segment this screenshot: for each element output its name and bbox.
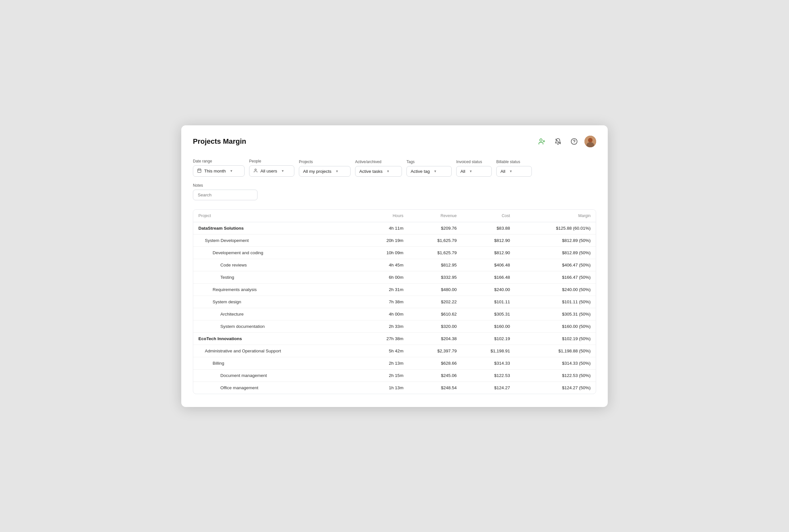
- date-range-value: This month: [204, 169, 226, 173]
- row-hours: 10h 09m: [360, 246, 408, 259]
- row-cost: $812.90: [462, 246, 515, 259]
- table-row: Document management2h 15m$245.06$122.53$…: [193, 369, 596, 381]
- table-header-row: Project Hours Revenue Cost Margin: [193, 210, 596, 222]
- row-hours: 20h 19m: [360, 234, 408, 246]
- table-row: System Developement20h 19m$1,625.79$812.…: [193, 234, 596, 246]
- row-hours: 2h 33m: [360, 320, 408, 332]
- avatar[interactable]: [584, 136, 596, 147]
- bell-icon: [555, 138, 562, 145]
- row-project-name: DataStream Solutions: [193, 222, 360, 234]
- people-label: People: [249, 159, 294, 164]
- table-row: DataStream Solutions4h 11m$209.76$83.88$…: [193, 222, 596, 234]
- table-row: EcoTech Innovations27h 38m$204.38$102.19…: [193, 332, 596, 345]
- row-hours: 2h 15m: [360, 369, 408, 381]
- add-user-icon: [538, 138, 545, 145]
- filters-row: Date range This month ▾ People: [193, 159, 596, 177]
- projects-chevron: ▾: [336, 169, 338, 173]
- row-revenue: $812.95: [409, 259, 462, 271]
- table-row: System documentation2h 33m$320.00$160.00…: [193, 320, 596, 332]
- col-cost: Cost: [462, 210, 515, 222]
- row-hours: 4h 00m: [360, 308, 408, 320]
- row-revenue: $245.06: [409, 369, 462, 381]
- row-hours: 6h 00m: [360, 271, 408, 283]
- row-margin: $1,198.88 (50%): [515, 345, 596, 357]
- table-row: Code reviews4h 45m$812.95$406.48$406.47 …: [193, 259, 596, 271]
- active-archived-chevron: ▾: [387, 169, 389, 173]
- active-archived-filter: Active/archived Active tasks ▾: [355, 159, 402, 177]
- calendar-icon: [197, 168, 202, 174]
- tags-chevron: ▾: [434, 169, 436, 173]
- projects-filter: Projects All my projects ▾: [299, 159, 351, 177]
- date-range-label: Date range: [193, 159, 245, 164]
- table-row: Testing6h 00m$332.95$166.48$166.47 (50%): [193, 271, 596, 283]
- svg-point-7: [588, 138, 593, 142]
- notes-label: Notes: [193, 183, 596, 188]
- invoiced-status-select[interactable]: All ▾: [456, 166, 492, 177]
- row-project-name: Code reviews: [193, 259, 360, 271]
- help-button[interactable]: [568, 136, 580, 147]
- row-cost: $160.00: [462, 320, 515, 332]
- col-margin: Margin: [515, 210, 596, 222]
- table-row: Developement and coding10h 09m$1,625.79$…: [193, 246, 596, 259]
- projects-value: All my projects: [303, 169, 332, 174]
- tags-filter: Tags Active tag ▾: [407, 159, 452, 177]
- row-project-name: Billing: [193, 357, 360, 369]
- row-cost: $1,198.91: [462, 345, 515, 357]
- row-hours: 4h 11m: [360, 222, 408, 234]
- row-cost: $124.27: [462, 381, 515, 394]
- col-revenue: Revenue: [409, 210, 462, 222]
- invoiced-status-chevron: ▾: [470, 169, 472, 173]
- billable-status-value: All: [501, 169, 505, 174]
- person-icon: [253, 168, 258, 174]
- svg-rect-9: [198, 169, 201, 172]
- add-user-button[interactable]: [536, 136, 548, 147]
- row-hours: 2h 31m: [360, 283, 408, 296]
- page-title: Projects Margin: [193, 137, 246, 146]
- row-project-name: System Developement: [193, 234, 360, 246]
- row-cost: $240.00: [462, 283, 515, 296]
- header: Projects Margin: [193, 136, 596, 147]
- row-project-name: Testing: [193, 271, 360, 283]
- projects-select[interactable]: All my projects ▾: [299, 166, 351, 177]
- row-cost: $101.11: [462, 296, 515, 308]
- row-margin: $314.33 (50%): [515, 357, 596, 369]
- row-revenue: $610.62: [409, 308, 462, 320]
- row-revenue: $628.66: [409, 357, 462, 369]
- row-revenue: $1,625.79: [409, 234, 462, 246]
- row-cost: $406.48: [462, 259, 515, 271]
- row-hours: 4h 45m: [360, 259, 408, 271]
- row-revenue: $1,625.79: [409, 246, 462, 259]
- row-revenue: $480.00: [409, 283, 462, 296]
- people-select[interactable]: All users ▾: [249, 165, 294, 177]
- row-hours: 27h 38m: [360, 332, 408, 345]
- notifications-button[interactable]: [552, 136, 564, 147]
- billable-status-chevron: ▾: [510, 169, 512, 173]
- invoiced-status-value: All: [461, 169, 465, 174]
- row-margin: $166.47 (50%): [515, 271, 596, 283]
- row-cost: $305.31: [462, 308, 515, 320]
- row-cost: $166.48: [462, 271, 515, 283]
- row-margin: $160.00 (50%): [515, 320, 596, 332]
- tags-value: Active tag: [411, 169, 430, 174]
- row-margin: $812.89 (50%): [515, 234, 596, 246]
- date-range-filter: Date range This month ▾: [193, 159, 245, 177]
- row-margin: $305.31 (50%): [515, 308, 596, 320]
- row-project-name: Office management: [193, 381, 360, 394]
- row-margin: $240.00 (50%): [515, 283, 596, 296]
- search-input[interactable]: [193, 190, 258, 200]
- svg-point-0: [540, 138, 542, 141]
- projects-label: Projects: [299, 159, 351, 164]
- main-window: Projects Margin: [181, 125, 608, 407]
- table-row: Requirements analysis2h 31m$480.00$240.0…: [193, 283, 596, 296]
- active-archived-select[interactable]: Active tasks ▾: [355, 166, 402, 177]
- tags-select[interactable]: Active tag ▾: [407, 166, 452, 177]
- header-actions: [536, 136, 596, 147]
- date-range-select[interactable]: This month ▾: [193, 165, 245, 177]
- col-hours: Hours: [360, 210, 408, 222]
- row-margin: $102.19 (50%): [515, 332, 596, 345]
- row-margin: $812.89 (50%): [515, 246, 596, 259]
- people-value: All users: [260, 169, 277, 173]
- billable-status-select[interactable]: All ▾: [496, 166, 532, 177]
- svg-point-13: [255, 169, 257, 170]
- billable-status-filter: Billable status All ▾: [496, 159, 532, 177]
